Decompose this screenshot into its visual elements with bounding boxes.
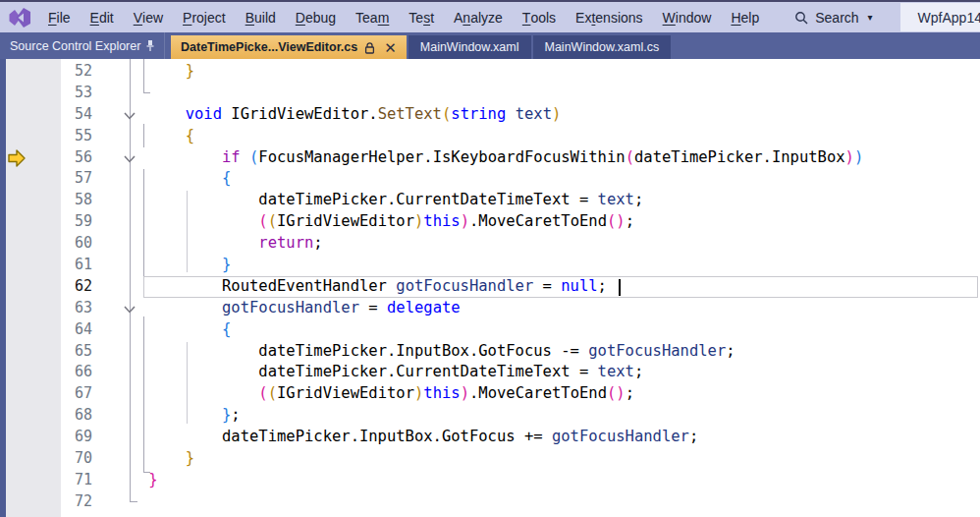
code-line-54[interactable]: 54 void IGridViewEditor.SetText(string t… xyxy=(0,104,980,126)
tab-source-control-explorer[interactable]: Source Control Explorer xyxy=(0,32,165,59)
tab-mainwindow-xaml[interactable]: MainWindow.xaml xyxy=(408,35,531,59)
tab-label: Source Control Explorer xyxy=(10,39,140,53)
code-text: gotFocusHandler = delegate xyxy=(112,298,461,319)
tab-label: MainWindow.xaml xyxy=(420,40,519,54)
menu-item-tools[interactable]: Tools xyxy=(513,3,566,31)
visual-studio-logo-icon xyxy=(8,7,31,29)
menu-item-debug[interactable]: Debug xyxy=(286,3,346,31)
code-line-69[interactable]: 69 dateTimePicker.InputBox.GotFocus += g… xyxy=(0,427,980,448)
line-number: 69 xyxy=(0,427,94,448)
code-line-58[interactable]: 58 dateTimePicker.CurrentDateTimeText = … xyxy=(0,190,980,211)
code-text: { xyxy=(112,126,194,147)
code-line-56[interactable]: 56 if (FocusManagerHelper.IsKeyboardFocu… xyxy=(0,147,980,169)
code-text: }; xyxy=(112,405,241,427)
tab-label: DateTimePicke...ViewEditor.cs xyxy=(181,40,357,54)
code-text: } xyxy=(112,470,158,491)
line-number: 52 xyxy=(0,61,94,83)
code-text: dateTimePicker.CurrentDateTimeText = tex… xyxy=(112,362,643,383)
line-number: 58 xyxy=(0,190,94,211)
menu-item-project[interactable]: Project xyxy=(173,3,236,31)
code-line-64[interactable]: 64 { xyxy=(0,319,980,341)
line-number: 53 xyxy=(0,83,94,104)
text-caret xyxy=(619,279,621,296)
collapse-chevron-icon[interactable] xyxy=(123,111,136,121)
code-text: dateTimePicker.InputBox.GotFocus += gotF… xyxy=(112,427,698,448)
menu-item-analyze[interactable]: Analyze xyxy=(444,3,513,31)
tab-datetimepicker-vieweditor[interactable]: DateTimePicke...ViewEditor.cs ✕ xyxy=(171,35,407,59)
code-line-65[interactable]: 65 dateTimePicker.InputBox.GotFocus -= g… xyxy=(0,341,980,363)
title-menu-bar: FileEditViewProjectBuildDebugTeamTestAna… xyxy=(0,0,980,32)
code-text: ((IGridViewEditor)this).MoveCaretToEnd()… xyxy=(112,383,634,405)
code-line-70[interactable]: 70 } xyxy=(0,448,980,470)
code-line-72[interactable]: 72 xyxy=(0,491,980,513)
line-number: 57 xyxy=(0,168,94,190)
code-line-66[interactable]: 66 dateTimePicker.CurrentDateTimeText = … xyxy=(0,362,980,383)
tab-label: MainWindow.xaml.cs xyxy=(545,40,660,54)
line-number: 70 xyxy=(0,448,94,470)
menu-item-file[interactable]: File xyxy=(38,3,81,31)
code-text: RoutedEventHandler gotFocusHandler = nul… xyxy=(112,276,607,298)
menu-item-edit[interactable]: Edit xyxy=(81,3,124,31)
pin-icon[interactable] xyxy=(144,39,156,52)
search-label: Search xyxy=(815,10,858,26)
line-number: 62 xyxy=(0,276,94,298)
code-text: dateTimePicker.InputBox.GotFocus -= gotF… xyxy=(112,341,735,363)
code-lines: 52 }5354 void IGridViewEditor.SetText(st… xyxy=(0,61,980,513)
code-line-60[interactable]: 60 return; xyxy=(0,233,980,255)
code-line-63[interactable]: 63 gotFocusHandler = delegate xyxy=(0,298,980,319)
line-number: 71 xyxy=(0,470,94,491)
code-line-68[interactable]: 68 }; xyxy=(0,405,980,427)
code-line-57[interactable]: 57 { xyxy=(0,168,980,190)
code-editor[interactable]: 52 }5354 void IGridViewEditor.SetText(st… xyxy=(0,59,980,517)
code-text: } xyxy=(112,448,194,470)
line-number: 55 xyxy=(0,126,94,147)
line-number: 54 xyxy=(0,104,94,126)
code-text: } xyxy=(112,61,194,83)
menu-item-build[interactable]: Build xyxy=(236,3,286,31)
collapse-chevron-icon[interactable] xyxy=(123,305,136,315)
debug-current-statement-arrow-icon xyxy=(7,148,27,168)
code-text: { xyxy=(112,168,231,190)
code-line-61[interactable]: 61 } xyxy=(0,255,980,276)
menu-item-help[interactable]: Help xyxy=(721,3,769,31)
tab-mainwindow-xaml-cs[interactable]: MainWindow.xaml.cs xyxy=(533,35,672,59)
code-line-53[interactable]: 53 xyxy=(0,83,980,104)
lock-icon xyxy=(364,41,375,54)
line-number: 67 xyxy=(0,383,94,405)
line-number: 61 xyxy=(0,255,94,276)
code-line-55[interactable]: 55 { xyxy=(0,126,980,147)
code-line-67[interactable]: 67 ((IGridViewEditor)this).MoveCaretToEn… xyxy=(0,383,980,405)
line-number: 64 xyxy=(0,319,94,341)
menu-item-test[interactable]: Test xyxy=(399,3,444,31)
line-number: 65 xyxy=(0,341,94,363)
code-text: } xyxy=(112,255,231,276)
line-number: 72 xyxy=(0,491,94,513)
code-text: dateTimePicker.CurrentDateTimeText = tex… xyxy=(112,190,643,211)
menu-item-window[interactable]: Window xyxy=(653,3,722,31)
code-line-62[interactable]: 62 RoutedEventHandler gotFocusHandler = … xyxy=(0,276,980,298)
code-line-71[interactable]: 71 } xyxy=(0,470,980,491)
menu-bar: FileEditViewProjectBuildDebugTeamTestAna… xyxy=(38,3,769,31)
code-line-52[interactable]: 52 } xyxy=(0,61,980,83)
code-text: ((IGridViewEditor)this).MoveCaretToEnd()… xyxy=(112,211,634,233)
line-number: 63 xyxy=(0,298,94,319)
close-icon[interactable]: ✕ xyxy=(382,40,399,55)
code-text: void IGridViewEditor.SetText(string text… xyxy=(112,104,561,126)
search-control[interactable]: Search ▾ xyxy=(785,3,882,31)
search-icon xyxy=(794,11,808,25)
line-number: 66 xyxy=(0,362,94,383)
menu-item-view[interactable]: View xyxy=(124,3,173,31)
line-number: 60 xyxy=(0,233,94,255)
code-text: return; xyxy=(112,233,323,255)
menu-item-extensions[interactable]: Extensions xyxy=(566,3,653,31)
line-number: 59 xyxy=(0,211,94,233)
collapse-chevron-icon[interactable] xyxy=(123,154,136,164)
code-text: if (FocusManagerHelper.IsKeyboardFocusWi… xyxy=(112,147,863,169)
window-title: WpfApp14 xyxy=(900,3,980,31)
line-number: 68 xyxy=(0,405,94,427)
document-tab-strip: Source Control Explorer DateTimePicke...… xyxy=(0,32,980,59)
code-line-59[interactable]: 59 ((IGridViewEditor)this).MoveCaretToEn… xyxy=(0,211,980,233)
menu-item-team[interactable]: Team xyxy=(346,3,399,31)
chevron-down-icon: ▾ xyxy=(868,12,873,23)
vs-window: { "titlebar": { "menu_items": [ {"label"… xyxy=(0,0,980,517)
